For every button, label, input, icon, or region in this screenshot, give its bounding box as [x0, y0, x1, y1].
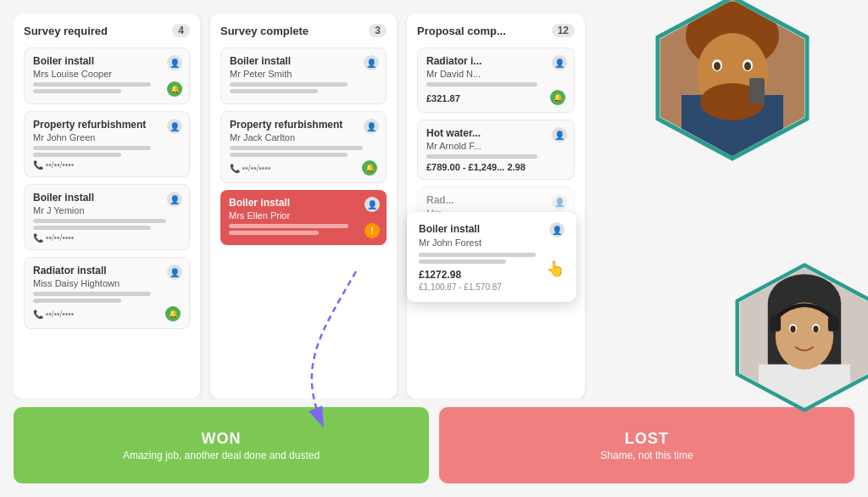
card-sc-property-refurb[interactable]: 👤 Property refurbishment Mr Jack Carlton… [220, 111, 387, 183]
column-survey-required: Survey required 4 👤 Boiler install Mrs L… [14, 14, 200, 399]
person-icon-floating: 👤 [549, 222, 565, 237]
won-sublabel: Amazing job, another deal done and duste… [123, 450, 320, 461]
card-title-2: Property refurbishment [33, 119, 181, 131]
card-pc-radiator[interactable]: 👤 Radiator i... Mr David N... £321.87 🔔 [417, 47, 575, 113]
card-line [229, 224, 348, 228]
bell-icon-sc2: 🔔 [362, 160, 377, 176]
card-boiler-install-1[interactable]: 👤 Boiler install Mrs Louise Cooper 🔔 [24, 47, 190, 104]
card-price-pc1: £321.87 [426, 93, 460, 103]
card-title-4: Radiator install [33, 265, 181, 276]
column-header-survey-complete: Survey complete 3 [220, 24, 387, 37]
card-line [33, 82, 151, 87]
card-person-1: Mrs Louise Cooper [33, 69, 181, 79]
column-header-survey-required: Survey required 4 [24, 24, 190, 37]
card-line [426, 82, 537, 87]
card-price-pc2: £789.00 - £1,249... 2.98 [426, 162, 565, 172]
svg-point-22 [790, 326, 795, 332]
column-count-proposal: 12 [552, 24, 575, 37]
person-icon-sc2: 👤 [364, 119, 379, 134]
person-icon-3: 👤 [167, 192, 182, 207]
card-line [229, 231, 319, 235]
card-person-3: Mr J Yemion [33, 205, 181, 215]
floating-card[interactable]: Boiler install 👤 Mr John Forest £1272.98… [407, 212, 576, 302]
lost-sublabel: Shame, not this time [600, 450, 693, 461]
cursor-icon: 👆 [546, 260, 565, 278]
card-title-pc3: Rad... [426, 194, 565, 206]
card-person-sc1: Mr Peter Smith [230, 69, 377, 79]
card-boiler-install-2[interactable]: 👤 Boiler install Mr J Yemion 📞 ••/••/•••… [24, 184, 190, 250]
card-phone-row-sc2: 📞 ••/••/•••• 🔔 [230, 160, 377, 176]
floating-card-range: £1,100.87 - £1,570.87 [419, 282, 565, 292]
column-count-survey-complete: 3 [369, 24, 387, 37]
svg-rect-16 [759, 365, 850, 415]
svg-point-10 [714, 62, 721, 70]
column-proposal-complete: Proposal comp... 12 👤 Radiator i... Mr D… [407, 14, 585, 399]
card-line [33, 153, 121, 157]
card-title-3: Boiler install [33, 192, 181, 204]
hex-border-svg-woman [728, 260, 868, 430]
card-title-sc2: Property refurbishment [230, 119, 377, 131]
card-line [426, 154, 537, 159]
floating-card-header: Boiler install 👤 [419, 222, 565, 237]
column-title-survey-complete: Survey complete [220, 25, 309, 37]
card-pc-hotwater[interactable]: 👤 Hot water... Mr Arnold F... £789.00 - … [417, 120, 575, 180]
column-title-survey-required: Survey required [24, 25, 108, 37]
card-property-refurb-1[interactable]: 👤 Property refurbishment Mr John Green 📞… [24, 111, 190, 177]
column-survey-complete: Survey complete 3 👤 Boiler install Mr Pe… [210, 14, 397, 399]
person-icon-4: 👤 [167, 265, 182, 280]
card-title-sc1: Boiler install [230, 55, 377, 67]
card-line [33, 219, 166, 223]
floating-card-title: Boiler install [419, 223, 480, 235]
card-line [230, 89, 318, 93]
card-phone-2: 📞 ••/••/•••• [33, 160, 181, 170]
bell-icon-4: 🔔 [165, 306, 181, 321]
person-icon-pc2: 👤 [552, 127, 567, 142]
main-container: Survey required 4 👤 Boiler install Mrs L… [0, 0, 868, 497]
panel-won[interactable]: WON Amazing job, another deal done and d… [14, 407, 429, 483]
card-sc-boiler-1[interactable]: 👤 Boiler install Mr Peter Smith [220, 47, 387, 104]
hex-border-svg-man [648, 0, 817, 180]
svg-point-23 [813, 326, 818, 332]
card-title-sc3: Boiler install [229, 197, 378, 209]
hex-avatar-man [648, 0, 817, 183]
card-price-row-pc1: £321.87 🔔 [426, 90, 565, 105]
bell-icon-pc1: 🔔 [550, 90, 565, 105]
card-radiator-install[interactable]: 👤 Radiator install Miss Daisy Hightown 📞… [24, 257, 190, 329]
card-person-sc2: Mr Jack Carlton [230, 132, 377, 142]
hex-avatar-woman [728, 260, 868, 433]
card-line [33, 292, 151, 296]
person-icon-1: 👤 [167, 55, 182, 70]
floating-card-line [419, 260, 506, 264]
card-title-pc2: Hot water... [426, 127, 565, 139]
card-person-2: Mr John Green [33, 132, 181, 142]
svg-rect-25 [828, 316, 839, 332]
card-title-pc1: Radiator i... [426, 55, 565, 67]
card-person-sc3: Mrs Ellen Prior [229, 210, 378, 221]
person-icon-pc3: 👤 [552, 194, 567, 209]
person-icon-sc1: 👤 [364, 55, 379, 70]
person-icon-sc3: 👤 [364, 197, 380, 212]
card-line [33, 299, 121, 303]
card-line [33, 89, 121, 93]
card-line [33, 146, 151, 150]
svg-rect-12 [749, 78, 765, 103]
card-line [33, 226, 151, 230]
card-phone-4: 📞 ••/••/•••• [33, 310, 74, 319]
column-count-survey-required: 4 [172, 24, 190, 37]
column-header-proposal: Proposal comp... 12 [417, 24, 575, 37]
floating-card-lines [419, 253, 565, 264]
card-line [230, 153, 348, 157]
floating-card-person: Mr John Forest [419, 237, 565, 248]
floating-card-price: £1272.98 [419, 269, 565, 281]
card-title-1: Boiler install [33, 55, 181, 67]
bell-icon-1: 🔔 [167, 81, 182, 97]
card-line [230, 146, 363, 150]
card-phone-3: 📞 ••/••/•••• [33, 233, 181, 243]
person-icon-pc1: 👤 [552, 55, 567, 70]
card-person-4: Miss Daisy Hightown [33, 278, 181, 288]
card-phone-sc2: 📞 ••/••/•••• [230, 164, 270, 173]
lost-label: LOST [625, 430, 669, 448]
card-sc-boiler-red[interactable]: 👤 ! Boiler install Mrs Ellen Prior [220, 190, 387, 245]
svg-point-11 [744, 62, 751, 70]
svg-rect-24 [771, 316, 782, 332]
